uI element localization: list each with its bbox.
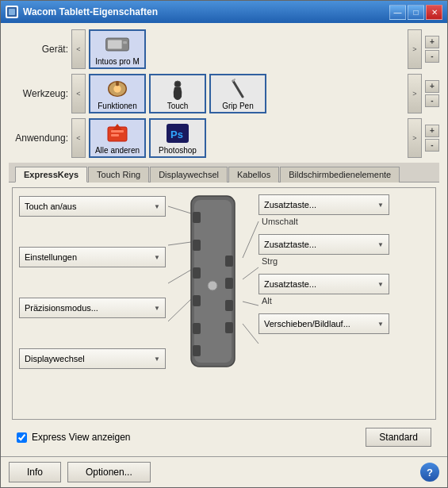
right-dropdown-2[interactable]: Zusatztaste... ▼ — [258, 274, 389, 294]
checkbox-row: Express View anzeigen — [17, 432, 359, 443]
svg-line-34 — [243, 221, 258, 258]
app-remove-button[interactable]: - — [425, 139, 439, 152]
dropdown-arrow-1: ▼ — [154, 254, 160, 261]
tabs-bar: ExpressKeys Touch Ring Displaywechsel Ka… — [9, 163, 439, 183]
device-remove-button[interactable]: - — [425, 50, 439, 63]
svg-rect-3 — [108, 40, 122, 48]
app-items: Alle anderen Ps Photoshop — [89, 118, 404, 158]
right-dropdown-1[interactable]: Zusatztaste... ▼ — [258, 234, 389, 255]
standard-button[interactable]: Standard — [366, 428, 431, 447]
tab-kabellos[interactable]: Kabellos — [228, 167, 279, 183]
dropdown-arrow-2: ▼ — [154, 305, 160, 312]
app-prev-button[interactable]: < — [71, 118, 86, 158]
maximize-button[interactable]: □ — [408, 5, 424, 20]
app-next-button[interactable]: > — [408, 118, 422, 158]
svg-rect-20 — [193, 240, 201, 251]
tool-prev-button[interactable]: < — [71, 74, 86, 113]
device-next-button[interactable]: > — [408, 29, 422, 69]
tool-item-touch[interactable]: Touch — [149, 74, 206, 113]
svg-rect-14 — [111, 134, 119, 136]
alle-anderen-icon — [105, 122, 130, 144]
svg-rect-24 — [193, 345, 201, 356]
device-tablet-visual — [183, 192, 243, 375]
dropdown-praezision[interactable]: Präzisionsmodus... ▼ — [19, 298, 166, 318]
app-add-remove: + - — [425, 125, 439, 152]
right-dropdown-0[interactable]: Zusatztaste... ▼ — [258, 194, 389, 215]
close-button[interactable]: ✕ — [426, 5, 442, 20]
right-controls: Zusatztaste... ▼ Umschalt Zusatztaste...… — [258, 194, 389, 340]
main-content: Gerät: < Intuos pro M > + - — [1, 23, 447, 456]
title-bar: Wacom Tablett-Eigenschaften — □ ✕ — [1, 1, 447, 23]
tool-label: Werkzeug: — [9, 88, 68, 99]
dropdown-displaywechsel[interactable]: Displaywechsel ▼ — [19, 348, 166, 369]
dropdown-touch[interactable]: Touch an/aus ▼ — [19, 196, 166, 217]
device-icon — [105, 33, 130, 56]
tab-touchring[interactable]: Touch Ring — [88, 167, 149, 183]
window-title: Wacom Tablett-Eigenschaften — [23, 6, 389, 17]
info-button[interactable]: Info — [9, 462, 61, 482]
svg-line-36 — [243, 302, 258, 305]
left-controls: Touch an/aus ▼ Einstellungen ▼ Präzision… — [19, 196, 178, 369]
svg-rect-28 — [225, 322, 233, 333]
right-label-0: Umschalt — [258, 217, 389, 226]
tool-add-remove: + - — [425, 80, 439, 107]
right-item-0: Zusatztaste... ▼ Umschalt — [258, 194, 389, 226]
svg-rect-1 — [9, 9, 15, 15]
device-prev-button[interactable]: < — [71, 29, 86, 69]
express-view-label: Express View anzeigen — [32, 432, 131, 443]
grip-pen-icon — [225, 78, 251, 100]
device-item-intuos[interactable]: Intuos pro M — [89, 29, 146, 69]
tab-bildschirm[interactable]: Bildschirmbedienelemente — [280, 167, 400, 183]
app-add-button[interactable]: + — [425, 125, 439, 137]
svg-rect-13 — [111, 130, 124, 133]
options-button[interactable]: Optionen... — [67, 462, 151, 482]
svg-rect-27 — [225, 300, 233, 311]
tab-content: Touch an/aus ▼ Einstellungen ▼ Präzision… — [12, 187, 436, 420]
right-arrow-0: ▼ — [377, 202, 384, 209]
right-label-1: Strg — [258, 256, 389, 266]
svg-text:Ps: Ps — [170, 129, 183, 140]
tool-name-0: Funktionen — [98, 102, 136, 110]
svg-rect-19 — [193, 212, 201, 223]
touch-icon — [165, 78, 190, 100]
tool-remove-button[interactable]: - — [425, 94, 439, 107]
svg-point-8 — [174, 81, 181, 87]
svg-rect-25 — [225, 256, 233, 267]
footer: Info Optionen... ? — [1, 456, 447, 487]
app-icon — [6, 6, 18, 18]
dropdown-einstellungen[interactable]: Einstellungen ▼ — [19, 247, 166, 267]
app-item-photoshop[interactable]: Ps Photoshop — [149, 118, 206, 158]
svg-line-9 — [233, 81, 243, 97]
express-view-checkbox[interactable] — [17, 432, 27, 443]
right-arrow-1: ▼ — [377, 241, 384, 248]
right-item-3: Verschieben/Bildlauf... ▼ — [258, 313, 389, 336]
tool-add-button[interactable]: + — [425, 80, 439, 93]
app-item-alle[interactable]: Alle anderen — [89, 118, 146, 158]
tool-item-funktionen[interactable]: Funktionen — [89, 74, 146, 113]
device-add-remove: + - — [425, 36, 439, 63]
app-name-0: Alle anderen — [95, 146, 140, 155]
window-controls: — □ ✕ — [389, 5, 442, 20]
tool-item-gripPen[interactable]: Grip Pen — [209, 74, 266, 113]
tab-displaywechsel[interactable]: Displaywechsel — [150, 167, 228, 183]
app-label: Anwendung: — [9, 133, 68, 144]
svg-line-35 — [243, 267, 258, 279]
tool-items: Funktionen Touch — [89, 74, 404, 113]
right-item-2: Zusatztaste... ▼ Alt — [258, 274, 389, 305]
funktionen-icon — [105, 78, 130, 100]
device-add-button[interactable]: + — [425, 36, 439, 48]
right-arrow-2: ▼ — [377, 281, 384, 288]
photoshop-icon: Ps — [165, 122, 190, 144]
tool-next-button[interactable]: > — [408, 74, 422, 113]
svg-point-6 — [113, 85, 121, 92]
dropdown-arrow-0: ▼ — [154, 203, 160, 210]
help-button[interactable]: ? — [420, 463, 439, 482]
device-row: Gerät: < Intuos pro M > + - — [9, 29, 439, 69]
svg-line-37 — [243, 324, 258, 344]
svg-rect-23 — [193, 323, 201, 334]
right-dropdown-3[interactable]: Verschieben/Bildlauf... ▼ — [258, 313, 389, 334]
svg-point-29 — [208, 281, 217, 290]
tab-expresskeys[interactable]: ExpressKeys — [15, 167, 87, 183]
minimize-button[interactable]: — — [389, 5, 406, 20]
app-name-1: Photoshop — [159, 146, 197, 155]
